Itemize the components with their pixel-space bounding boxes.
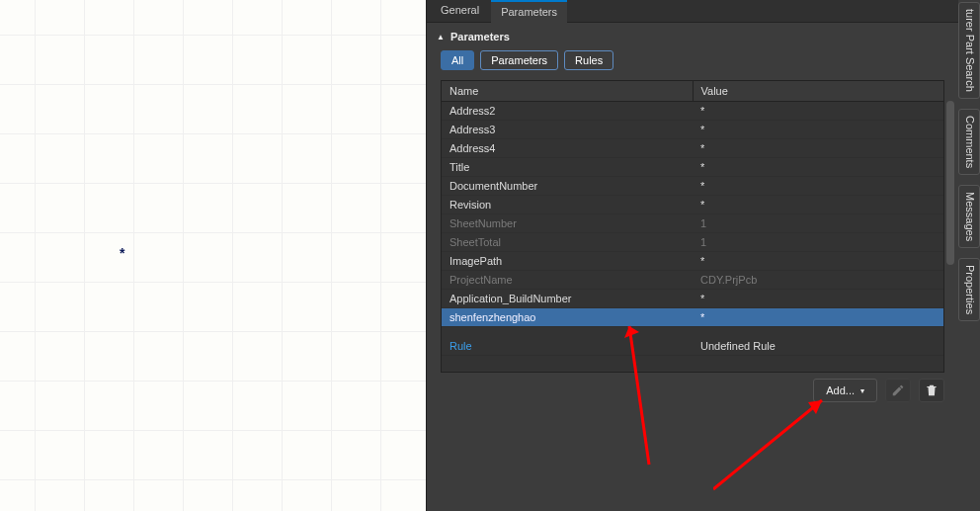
col-name[interactable]: Name <box>442 81 694 101</box>
origin-marker: * <box>120 245 124 261</box>
parameters-table: Name Value Address2*Address3*Address4*Ti… <box>441 80 944 373</box>
dropdown-icon: ▾ <box>860 386 864 395</box>
cell-name[interactable]: Rule <box>442 337 693 355</box>
table-row[interactable]: ImagePath* <box>442 252 943 271</box>
collapse-icon: ▲ <box>437 33 445 42</box>
cell-value[interactable]: Undefined Rule <box>693 337 943 355</box>
table-scrollbar[interactable] <box>946 99 954 372</box>
filter-all[interactable]: All <box>441 50 474 70</box>
side-tab-part-search[interactable]: turer Part Search <box>958 2 980 99</box>
table-row[interactable]: Address4* <box>442 139 943 158</box>
table-row[interactable]: SheetNumber1 <box>442 214 943 233</box>
table-row[interactable]: Application_BuildNumber* <box>442 290 943 308</box>
cell-value[interactable]: 1 <box>693 214 943 232</box>
cell-name[interactable]: SheetNumber <box>442 214 693 232</box>
svg-marker-3 <box>808 400 822 414</box>
cell-name[interactable]: shenfenzhenghao <box>442 308 693 326</box>
pencil-icon <box>891 383 905 397</box>
col-value[interactable]: Value <box>694 81 944 101</box>
cell-value[interactable]: * <box>693 308 943 326</box>
cell-name[interactable]: Title <box>442 158 693 176</box>
filter-parameters[interactable]: Parameters <box>480 50 558 70</box>
action-bar: Add... ▾ <box>427 373 958 402</box>
cell-value[interactable]: * <box>693 196 943 213</box>
panel-tabs: General Parameters <box>427 0 958 23</box>
section-title: Parameters <box>450 31 510 43</box>
filter-buttons: All Parameters Rules <box>427 50 958 80</box>
scrollbar-thumb[interactable] <box>946 101 954 265</box>
rule-row[interactable]: RuleUndefined Rule <box>442 337 943 356</box>
cell-value[interactable]: * <box>693 121 943 138</box>
cell-value[interactable]: 1 <box>693 233 943 251</box>
cell-name[interactable]: ProjectName <box>442 271 693 289</box>
table-row[interactable]: shenfenzhenghao* <box>442 308 943 327</box>
trash-icon <box>925 383 939 397</box>
schematic-canvas[interactable]: * <box>0 0 427 511</box>
tab-general[interactable]: General <box>431 0 489 22</box>
cell-name[interactable]: Address3 <box>442 121 693 138</box>
side-tab-properties[interactable]: Properties <box>958 258 980 321</box>
cell-name[interactable]: SheetTotal <box>442 233 693 251</box>
filter-rules[interactable]: Rules <box>564 50 613 70</box>
edit-button[interactable] <box>885 379 911 402</box>
cell-value[interactable]: * <box>693 177 943 195</box>
cell-value[interactable]: * <box>693 252 943 270</box>
side-tab-comments[interactable]: Comments <box>958 109 980 175</box>
table-row[interactable]: DocumentNumber* <box>442 177 943 196</box>
table-body[interactable]: Address2*Address3*Address4*Title*Documen… <box>442 102 943 372</box>
cell-name[interactable]: Address4 <box>442 139 693 157</box>
cell-value[interactable]: * <box>693 158 943 176</box>
table-row[interactable]: Revision* <box>442 196 943 214</box>
table-row[interactable]: SheetTotal1 <box>442 233 943 252</box>
cell-value[interactable]: CDY.PrjPcb <box>693 271 943 289</box>
svg-line-2 <box>713 400 822 489</box>
delete-button[interactable] <box>919 379 944 402</box>
side-tab-messages[interactable]: Messages <box>958 185 980 248</box>
cell-value[interactable]: * <box>693 290 943 307</box>
table-row[interactable]: Address3* <box>442 121 943 139</box>
annotation-arrow-2 <box>713 390 970 509</box>
add-button[interactable]: Add... ▾ <box>813 379 877 402</box>
table-row[interactable]: Address2* <box>442 102 943 121</box>
properties-panel: General Parameters ▲ Parameters All Para… <box>427 0 958 511</box>
cell-name[interactable]: DocumentNumber <box>442 177 693 195</box>
cell-value[interactable]: * <box>693 139 943 157</box>
table-header: Name Value <box>442 81 943 102</box>
cell-value[interactable]: * <box>693 102 943 120</box>
section-header-parameters[interactable]: ▲ Parameters <box>427 23 958 50</box>
cell-name[interactable]: Address2 <box>442 102 693 120</box>
cell-name[interactable]: Application_BuildNumber <box>442 290 693 307</box>
add-button-label: Add... <box>826 384 855 396</box>
table-row[interactable]: ProjectNameCDY.PrjPcb <box>442 271 943 290</box>
side-tabs: turer Part Search Comments Messages Prop… <box>958 0 980 511</box>
cell-name[interactable]: Revision <box>442 196 693 213</box>
tab-parameters[interactable]: Parameters <box>491 0 567 23</box>
cell-name[interactable]: ImagePath <box>442 252 693 270</box>
table-row[interactable]: Title* <box>442 158 943 177</box>
